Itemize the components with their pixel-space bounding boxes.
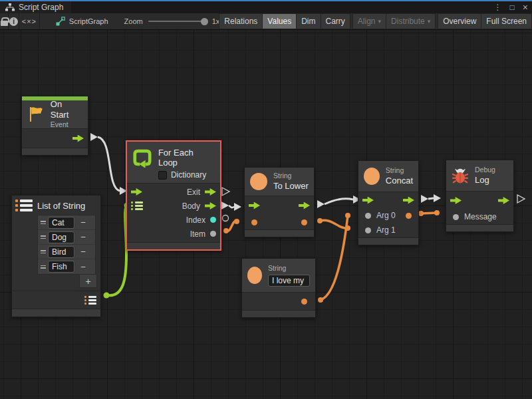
- dictionary-checkbox[interactable]: [158, 171, 167, 180]
- port-label-arg1: Arg 1: [376, 225, 396, 235]
- exit-out-port[interactable]: [205, 188, 216, 196]
- node-title: On Start: [51, 99, 82, 121]
- result-out-port[interactable]: [406, 213, 412, 219]
- port-label-item: Item: [190, 229, 205, 239]
- drag-handle-icon[interactable]: [38, 265, 48, 269]
- fullscreen-button[interactable]: Full Screen: [481, 13, 532, 29]
- flow-in-port[interactable]: [362, 197, 374, 204]
- body-out-port[interactable]: [205, 202, 216, 209]
- list-item-field[interactable]: [48, 261, 74, 273]
- node-on-start[interactable]: On Start Event: [21, 96, 88, 156]
- drag-handle-icon[interactable]: [38, 235, 48, 239]
- list-out-port[interactable]: [84, 296, 96, 305]
- flow-out-port[interactable]: [403, 197, 414, 204]
- node-string-literal[interactable]: String: [241, 258, 316, 318]
- node-string-to-lower[interactable]: String To Lower: [244, 167, 315, 237]
- node-footer: [245, 229, 314, 237]
- flow-out-port[interactable]: [299, 202, 310, 209]
- align-dropdown[interactable]: Align ▾: [352, 13, 386, 29]
- maximize-icon[interactable]: □: [510, 3, 515, 11]
- flow-out-port[interactable]: [498, 197, 509, 204]
- node-debug-log[interactable]: Debug Log Message: [446, 160, 514, 232]
- close-icon[interactable]: ×: [523, 3, 528, 12]
- lock-button[interactable]: [0, 13, 9, 29]
- zoom-label: Zoom: [124, 17, 143, 25]
- wire-literal-to-arg0[interactable]: [318, 213, 350, 303]
- relations-toggle[interactable]: Relations: [219, 13, 263, 29]
- node-string-concat[interactable]: String Concat Arg 0 Arg 1: [358, 160, 419, 245]
- item-out-port[interactable]: [210, 231, 216, 237]
- exit-unconnected-triangle: [222, 188, 229, 196]
- message-in-port[interactable]: [453, 214, 459, 220]
- info-button[interactable]: i: [9, 13, 19, 29]
- flow-in-port[interactable]: [131, 188, 142, 196]
- drag-handle-icon[interactable]: [38, 250, 48, 253]
- node-title: Log: [475, 175, 495, 186]
- node-subtitle: Event: [51, 120, 82, 130]
- zoom-slider[interactable]: [148, 21, 207, 22]
- values-toggle[interactable]: Values: [262, 13, 297, 29]
- wire-tolower-to-concat[interactable]: [317, 196, 360, 208]
- breadcrumb[interactable]: ScriptGraph: [49, 13, 115, 29]
- flow-in-port[interactable]: [249, 202, 260, 209]
- graph-canvas[interactable]: On Start Event List of String: [0, 30, 532, 399]
- wire-item-to-tolower[interactable]: [223, 219, 239, 233]
- list-editor: − − − −: [37, 215, 96, 275]
- list-item-field[interactable]: [48, 231, 74, 243]
- string-unit-icon: [247, 267, 262, 284]
- arg0-in-port[interactable]: [365, 213, 371, 219]
- list-item-row: −: [38, 245, 95, 259]
- remove-item-button[interactable]: −: [74, 262, 91, 272]
- graph-name: ScriptGraph: [69, 17, 108, 25]
- string-value-field[interactable]: [268, 275, 310, 287]
- code-preview-button[interactable]: <×>: [19, 13, 40, 29]
- list-item-row: −: [38, 215, 95, 230]
- lock-icon: [1, 21, 8, 26]
- node-for-each-loop[interactable]: For Each Loop Dictionary Exit: [126, 140, 221, 251]
- remove-item-button[interactable]: −: [74, 232, 91, 242]
- wire-onstart-to-foreach[interactable]: [90, 133, 127, 195]
- node-footer: [242, 310, 315, 317]
- tab-bar: Script Graph ⋮ □ ×: [0, 1, 532, 13]
- list-item-field[interactable]: [48, 217, 74, 229]
- flow-out-port[interactable]: [72, 135, 84, 142]
- collection-in-port[interactable]: [131, 201, 143, 210]
- port-label-index: Index: [186, 215, 205, 225]
- info-icon: i: [9, 17, 18, 26]
- graph-hierarchy-icon: [5, 3, 15, 11]
- node-footer: [127, 242, 220, 249]
- arg1-in-port[interactable]: [365, 227, 371, 233]
- carry-toggle[interactable]: Carry: [321, 13, 350, 29]
- tab-script-graph[interactable]: Script Graph: [0, 1, 71, 13]
- zoom-slider-handle[interactable]: [201, 18, 208, 25]
- string-out-port[interactable]: [301, 299, 307, 305]
- overview-button[interactable]: Overview: [438, 13, 481, 29]
- tab-title: Script Graph: [19, 3, 63, 12]
- string-out-port[interactable]: [301, 219, 307, 225]
- remove-item-button[interactable]: −: [74, 217, 91, 227]
- distribute-dropdown[interactable]: Distribute ▾: [386, 13, 436, 29]
- node-category: String: [386, 166, 413, 176]
- index-out-port[interactable]: [210, 217, 216, 223]
- flow-in-port[interactable]: [450, 197, 462, 204]
- node-footer: [446, 224, 513, 231]
- node-footer: [358, 237, 418, 245]
- node-list-of-string[interactable]: List of String − − −: [11, 195, 101, 317]
- remove-item-button[interactable]: −: [74, 247, 91, 257]
- wire-concat-to-log[interactable]: [421, 194, 441, 203]
- index-unconnected-circle: [223, 215, 229, 221]
- node-category: String: [268, 264, 310, 273]
- node-category: String: [273, 172, 309, 181]
- wire-tolower-to-arg1[interactable]: [317, 218, 350, 231]
- window-menu-icon[interactable]: ⋮: [494, 3, 502, 11]
- loop-icon: [132, 148, 152, 168]
- port-label-arg0: Arg 0: [376, 211, 396, 220]
- drag-handle-icon[interactable]: [38, 221, 48, 224]
- wire-concat-to-message[interactable]: [418, 210, 440, 216]
- string-in-port[interactable]: [251, 219, 257, 225]
- node-footer: [22, 148, 88, 155]
- list-item-field[interactable]: [48, 246, 74, 258]
- add-item-button[interactable]: +: [79, 275, 97, 288]
- wire-body-to-tolower[interactable]: [221, 201, 241, 211]
- dim-toggle[interactable]: Dim: [296, 13, 321, 29]
